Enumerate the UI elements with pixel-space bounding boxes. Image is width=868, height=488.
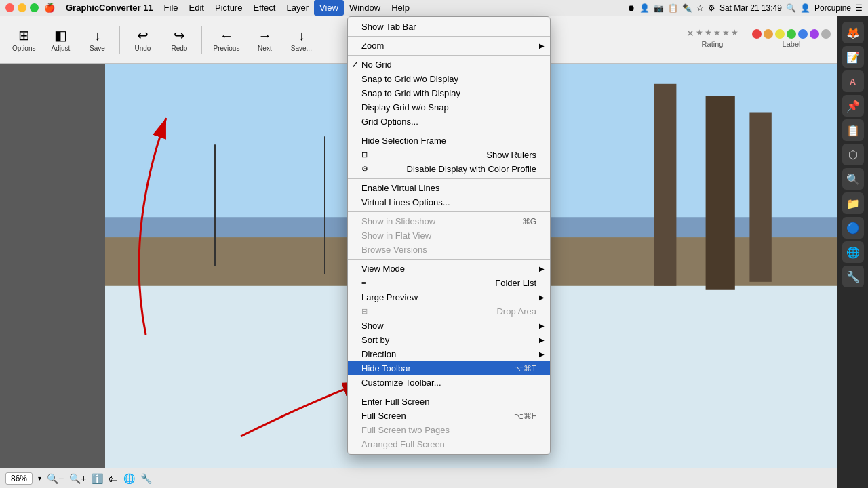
- previous-button[interactable]: ← Previous: [208, 24, 245, 55]
- menu-divider-7: [348, 392, 550, 392]
- menu-show-tab-bar[interactable]: Show Tab Bar: [348, 20, 550, 34]
- menu-full-screen[interactable]: Full Screen ⌥⌘F: [348, 409, 550, 423]
- menu-arranged-full-screen: Arranged Full Screen: [348, 437, 550, 451]
- svg-rect-5: [706, 96, 735, 290]
- menu-disable-display-color[interactable]: ⚙ Disable Display with Color Profile: [348, 162, 550, 176]
- label-color-yellow[interactable]: [775, 29, 785, 39]
- next-button[interactable]: → Next: [248, 24, 281, 55]
- menu-show[interactable]: Show: [348, 319, 550, 333]
- menu-folder-list[interactable]: ≡ Folder List: [348, 276, 550, 290]
- sidebar-icon-search[interactable]: 🔍: [842, 168, 864, 190]
- large-preview-label: Large Preview: [361, 292, 418, 302]
- full-screen-shortcut: ⌥⌘F: [500, 411, 536, 421]
- adjust-label: Adjust: [52, 45, 71, 52]
- apple-menu[interactable]: 🍎: [39, 0, 60, 16]
- rating-star-2[interactable]: ★: [705, 28, 712, 39]
- label-color-purple[interactable]: [810, 29, 819, 39]
- menu-effect[interactable]: Effect: [248, 0, 281, 16]
- sidebar-icon-tool[interactable]: 🔧: [842, 266, 864, 287]
- previous-label: Previous: [213, 45, 239, 52]
- rating-star-3[interactable]: ★: [713, 28, 721, 39]
- sidebar-icon-pin[interactable]: 📌: [842, 95, 864, 117]
- tag-icon[interactable]: 🏷: [108, 473, 118, 484]
- menu-display-grid-wo-snap[interactable]: Display Grid w/o Snap: [348, 100, 550, 115]
- show-label: Show: [361, 321, 384, 331]
- menu-no-grid[interactable]: No Grid: [348, 58, 550, 72]
- user-avatar: 👤: [800, 3, 810, 13]
- menu-file[interactable]: File: [159, 0, 184, 16]
- save-as-icon: ↓: [298, 27, 304, 43]
- menu-sort-by[interactable]: Sort by: [348, 333, 550, 347]
- label-color-red[interactable]: [752, 29, 762, 39]
- menubar-right: ⏺ 👤 📷 📋 ✒️ ☆ ⚙ Sat Mar 21 13:49 🔍 👤 Porc…: [627, 3, 868, 13]
- minimize-button[interactable]: [18, 3, 26, 12]
- rating-star-4[interactable]: ★: [722, 28, 730, 39]
- undo-button[interactable]: ↩ Undo: [125, 24, 159, 55]
- menu-picture[interactable]: Picture: [210, 0, 248, 16]
- rating-star-1[interactable]: ★: [696, 28, 703, 39]
- save-button[interactable]: ↓ Save: [80, 24, 114, 55]
- menu-zoom[interactable]: Zoom: [348, 39, 550, 53]
- menu-enter-full-screen[interactable]: Enter Full Screen: [348, 394, 550, 409]
- menu-snap-grid-with-display[interactable]: Snap to Grid with Display: [348, 86, 550, 100]
- folder-list-label: Folder List: [495, 278, 536, 288]
- undo-label: Undo: [135, 45, 151, 52]
- label-color-green[interactable]: [787, 29, 796, 39]
- sidebar-icon-clipboard[interactable]: 📋: [842, 119, 864, 141]
- menu-browse-versions: Browse Versions: [348, 243, 550, 257]
- sidebar-icon-hex[interactable]: ⬡: [842, 144, 864, 165]
- save-as-button[interactable]: ↓ Save...: [284, 24, 318, 55]
- menu-divider-5: [348, 211, 550, 212]
- rating-x-icon[interactable]: ✕: [686, 28, 694, 39]
- search-icon[interactable]: 🔍: [786, 3, 796, 13]
- app-name[interactable]: GraphicConverter 11: [60, 0, 159, 16]
- menu-layer[interactable]: Layer: [281, 0, 314, 16]
- menu-virtual-lines-options[interactable]: Virtual Lines Options...: [348, 195, 550, 209]
- menu-grid-options[interactable]: Grid Options...: [348, 115, 550, 129]
- maximize-button[interactable]: [30, 3, 39, 12]
- menu-view-mode[interactable]: View Mode: [348, 262, 550, 276]
- menu-hide-selection-frame[interactable]: Hide Selection Frame: [348, 134, 550, 148]
- internet-icon[interactable]: 🌐: [123, 473, 135, 484]
- rating-star-5[interactable]: ★: [731, 28, 738, 39]
- zoom-dropdown-button[interactable]: ▾: [38, 474, 41, 482]
- sidebar-icon-folder[interactable]: 📁: [842, 192, 864, 214]
- menu-window[interactable]: Window: [344, 0, 386, 16]
- svg-rect-4: [654, 84, 676, 286]
- status-bar: 86% ▾ 🔍− 🔍+ ℹ️ 🏷 🌐 🔧: [0, 468, 837, 488]
- zoom-out-icon[interactable]: 🔍−: [47, 473, 64, 484]
- label-color-gray[interactable]: [821, 29, 831, 39]
- adjust-button[interactable]: ◧ Adjust: [43, 24, 77, 55]
- close-button[interactable]: [5, 3, 14, 12]
- options-button[interactable]: ⊞ Options: [7, 24, 41, 55]
- tools-icon[interactable]: 🔧: [140, 473, 152, 484]
- menu-direction[interactable]: Direction: [348, 347, 550, 361]
- menu-help[interactable]: Help: [386, 0, 415, 16]
- menu-show-rulers[interactable]: ⊟ Show Rulers: [348, 148, 550, 162]
- rulers-icon: ⊟: [361, 150, 368, 159]
- sidebar-icon-firefox[interactable]: 🦊: [842, 22, 864, 43]
- sidebar-icon-web[interactable]: 🌐: [842, 241, 864, 263]
- menu-enable-virtual-lines[interactable]: Enable Virtual Lines: [348, 181, 550, 195]
- menu-view[interactable]: View: [314, 0, 344, 16]
- menu-hide-toolbar[interactable]: Hide Toolbar ⌥⌘T: [348, 361, 550, 375]
- sidebar-icon-notes[interactable]: 📝: [842, 46, 864, 68]
- label-color-blue[interactable]: [798, 29, 808, 39]
- menu-edit[interactable]: Edit: [184, 0, 210, 16]
- sidebar-icon-blue[interactable]: 🔵: [842, 217, 864, 239]
- save-label: Save: [90, 45, 105, 52]
- pen-icon: ✒️: [682, 3, 692, 13]
- menu-divider-1: [348, 36, 550, 37]
- menu-large-preview[interactable]: Large Preview: [348, 290, 550, 304]
- menu-divider-2: [348, 55, 550, 56]
- menu-customize-toolbar[interactable]: Customize Toolbar...: [348, 375, 550, 390]
- info-icon[interactable]: ℹ️: [92, 473, 103, 484]
- redo-button[interactable]: ↪ Redo: [162, 24, 196, 55]
- label-color-orange[interactable]: [764, 29, 773, 39]
- zoom-in-icon[interactable]: 🔍+: [69, 473, 86, 484]
- save-icon: ↓: [94, 27, 100, 43]
- menu-snap-grid-wo-display[interactable]: Snap to Grid w/o Display: [348, 72, 550, 86]
- clipboard-icon: 📋: [668, 3, 678, 13]
- sidebar-icon-font[interactable]: A: [842, 70, 864, 92]
- menu-show-in-flat-view: Show in Flat View: [348, 228, 550, 243]
